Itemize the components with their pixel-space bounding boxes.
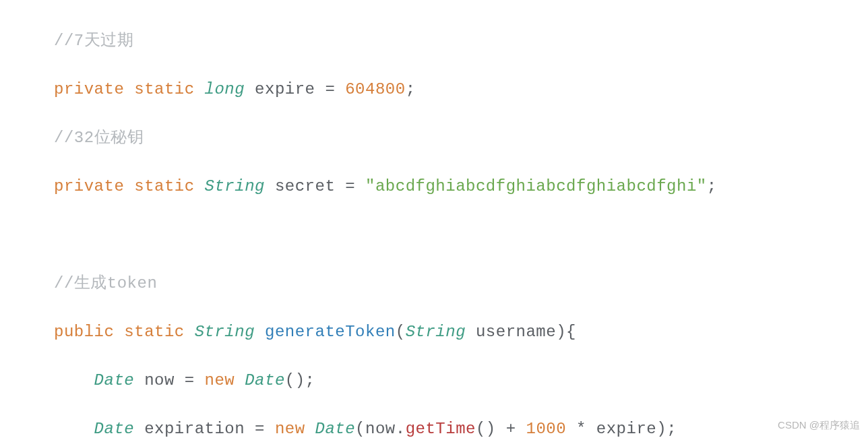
string: "abcdfghiabcdfghiabcdfghiabcdfghi": [365, 177, 707, 195]
keyword: public: [54, 323, 114, 341]
code-line: Date expiration = new Date(now.getTime()…: [54, 417, 868, 440]
identifier: expire);: [596, 420, 677, 438]
code-line: //7天过期: [54, 29, 868, 53]
keyword: new: [205, 371, 235, 389]
keyword: static: [124, 323, 184, 341]
identifier: expire: [255, 80, 315, 98]
operator: =: [345, 177, 355, 195]
identifier: secret: [275, 177, 335, 195]
keyword: private: [54, 80, 124, 98]
comment: //7天过期: [54, 32, 133, 50]
punct: ();: [285, 371, 315, 389]
type: String: [406, 323, 466, 341]
type: Date: [94, 420, 135, 438]
type: String: [205, 177, 265, 195]
punct: ;: [406, 80, 416, 98]
punct: (: [396, 323, 406, 341]
identifier: username: [476, 323, 556, 341]
type: Date: [245, 371, 285, 389]
operator: =: [185, 371, 195, 389]
type: String: [195, 323, 255, 341]
operator: *: [576, 420, 586, 438]
keyword: new: [275, 420, 305, 438]
punct: (now.: [355, 420, 406, 438]
blank-line: [54, 223, 868, 247]
code-line: private static long expire = 604800;: [54, 77, 868, 102]
method-call: getTime: [406, 420, 476, 438]
keyword: private: [54, 177, 124, 195]
comment: //32位秘钥: [54, 129, 144, 147]
operator: =: [255, 420, 265, 438]
punct: (): [476, 420, 496, 438]
watermark: CSDN @程序猿追: [778, 413, 860, 437]
keyword: static: [134, 80, 194, 98]
identifier: expiration: [144, 420, 245, 438]
code-line: //生成token: [54, 272, 868, 296]
code-block: //7天过期 private static long expire = 6048…: [0, 0, 868, 440]
function-name: generateToken: [265, 323, 396, 341]
punct: ){: [556, 323, 576, 341]
code-line: //32位秘钥: [54, 126, 868, 150]
type: long: [205, 80, 245, 98]
identifier: now: [144, 371, 175, 389]
comment: //生成token: [54, 274, 157, 292]
operator: +: [506, 420, 516, 438]
code-line: Date now = new Date();: [54, 369, 868, 393]
number: 1000: [526, 420, 566, 438]
type: Date: [94, 371, 135, 389]
keyword: static: [134, 177, 194, 195]
punct: ;: [707, 177, 717, 195]
number: 604800: [345, 80, 405, 98]
type: Date: [315, 420, 356, 438]
code-line: public static String generateToken(Strin…: [54, 320, 868, 344]
operator: =: [325, 80, 335, 98]
code-line: private static String secret = "abcdfghi…: [54, 175, 868, 199]
